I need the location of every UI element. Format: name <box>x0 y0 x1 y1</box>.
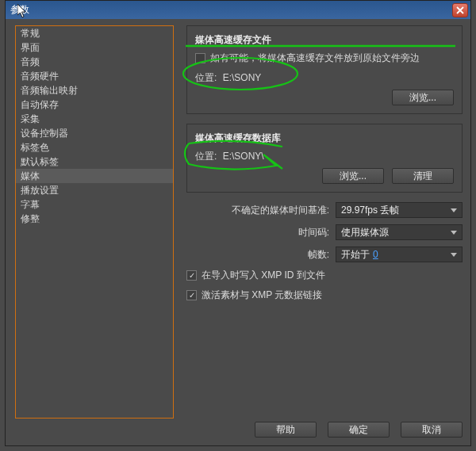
cache-colocate-label: 如有可能，将媒体高速缓存文件放到原始文件旁边 <box>210 52 420 65</box>
xmp-id-label: 在导入时写入 XMP ID 到文件 <box>202 269 325 282</box>
timebase-select[interactable]: 29.97fps 丢帧 <box>336 202 463 218</box>
sidebar-item-interface[interactable]: 界面 <box>16 40 173 55</box>
sidebar-item-autosave[interactable]: 自动保存 <box>16 97 173 112</box>
dialog-footer: 帮助 确定 取消 <box>9 422 463 438</box>
cancel-button[interactable]: 取消 <box>401 422 463 438</box>
cache-files-group: 媒体高速缓存文件 如有可能，将媒体高速缓存文件放到原始文件旁边 位置: E:\S… <box>186 25 463 114</box>
sidebar-item-general[interactable]: 常规 <box>16 26 173 40</box>
window-title: 参数 <box>10 3 452 17</box>
cache-db-group: 媒体高速缓存数据库 位置: E:\SONY\ 浏览... 清理 <box>186 124 463 193</box>
timecode-label: 时间码: <box>298 226 329 239</box>
titlebar[interactable]: 参数 <box>6 1 470 19</box>
sidebar-item-label-colors[interactable]: 标签色 <box>16 140 173 155</box>
cache-db-location-label: 位置: <box>195 151 217 162</box>
sidebar-item-default-label[interactable]: 默认标签 <box>16 155 173 169</box>
close-button[interactable] <box>452 3 468 17</box>
sidebar-item-capture[interactable]: 采集 <box>16 112 173 126</box>
preferences-window: 参数 常规 界面 音频 音频硬件 音频输出映射 自动保存 采集 设备控制器 标签… <box>5 0 471 446</box>
cache-db-title: 媒体高速缓存数据库 <box>195 132 454 145</box>
sidebar-item-audio[interactable]: 音频 <box>16 55 173 69</box>
category-sidebar: 常规 界面 音频 音频硬件 音频输出映射 自动保存 采集 设备控制器 标签色 默… <box>15 25 174 419</box>
sidebar-item-playback[interactable]: 播放设置 <box>16 183 173 197</box>
timebase-label: 不确定的媒体时间基准: <box>232 204 329 217</box>
help-button[interactable]: 帮助 <box>255 422 317 438</box>
sidebar-item-audio-out[interactable]: 音频输出映射 <box>16 83 173 97</box>
sidebar-item-device-ctrl[interactable]: 设备控制器 <box>16 126 173 140</box>
dialog-body: 常规 界面 音频 音频硬件 音频输出映射 自动保存 采集 设备控制器 标签色 默… <box>9 22 467 442</box>
xmp-id-checkbox[interactable] <box>186 270 197 281</box>
sidebar-item-titles[interactable]: 字幕 <box>16 197 173 212</box>
sidebar-item-audio-hw[interactable]: 音频硬件 <box>16 69 173 83</box>
frames-select[interactable]: 开始于 0 <box>336 247 463 262</box>
cache-files-title: 媒体高速缓存文件 <box>195 33 454 47</box>
sidebar-item-trim[interactable]: 修整 <box>16 212 173 226</box>
cache-files-location-label: 位置: <box>195 72 217 83</box>
main-panel: 媒体高速缓存文件 如有可能，将媒体高速缓存文件放到原始文件旁边 位置: E:\S… <box>186 25 463 409</box>
cache-db-location-value: E:\SONY\ <box>223 151 264 162</box>
cache-db-browse-button[interactable]: 浏览... <box>322 168 384 184</box>
timecode-select[interactable]: 使用媒体源 <box>336 224 463 240</box>
ok-button[interactable]: 确定 <box>328 422 390 438</box>
frames-start-value[interactable]: 0 <box>373 249 378 260</box>
cache-files-browse-button[interactable]: 浏览... <box>392 90 454 105</box>
cache-files-location-value: E:\SONY <box>223 72 262 83</box>
cache-colocate-checkbox[interactable] <box>195 53 205 63</box>
close-icon <box>456 6 464 14</box>
xmp-link-checkbox[interactable] <box>186 290 197 300</box>
sidebar-item-media[interactable]: 媒体 <box>16 169 173 183</box>
frames-label: 帧数: <box>308 248 329 262</box>
xmp-link-label: 激活素材与 XMP 元数据链接 <box>202 289 322 302</box>
cache-db-clean-button[interactable]: 清理 <box>392 168 454 184</box>
